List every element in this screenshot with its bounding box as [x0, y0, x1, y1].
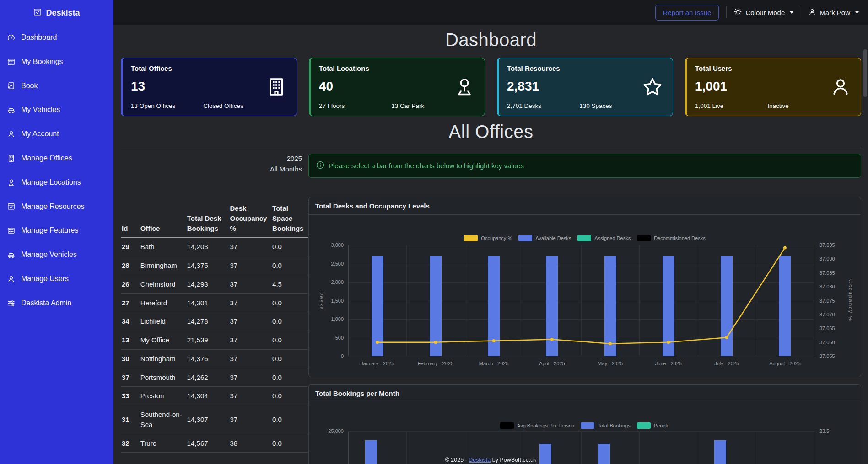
info-alert: Please select a bar from the charts belo… — [308, 154, 861, 178]
stat-card-total-locations: Total Locations4027 Floors13 Car Park — [309, 58, 485, 116]
checklist-icon — [7, 227, 15, 235]
table-cell: 21,539 — [186, 331, 229, 350]
footer-deskista-link[interactable]: Deskista — [469, 457, 491, 463]
sidebar-item-deskista-admin[interactable]: Deskista Admin — [0, 291, 113, 315]
sidebar-item-manage-offices[interactable]: Manage Offices — [0, 146, 113, 171]
app-logo-label: Deskista — [46, 8, 80, 18]
y-axis-tick-left: 1,000 — [331, 316, 344, 322]
sidebar-item-book[interactable]: Book — [0, 74, 113, 98]
table-cell: 34 — [121, 312, 140, 331]
table-row[interactable]: 30Nottingham14,376370.0 — [121, 349, 308, 368]
table-cell: 37 — [229, 387, 271, 405]
geo-icon — [454, 77, 474, 97]
table-cell: 37 — [229, 405, 271, 434]
sidebar-item-my-account[interactable]: My Account — [0, 122, 113, 146]
footer-copyright: © 2025 - — [445, 457, 467, 463]
stat-card-title: Total Offices — [131, 64, 288, 72]
table-header: Desk Occupancy % — [229, 202, 271, 237]
table-cell: 37 — [229, 368, 271, 387]
sidebar-item-dashboard[interactable]: Dashboard — [0, 26, 113, 50]
table-cell: 14,293 — [186, 275, 229, 293]
table-row[interactable]: 27Hereford14,301370.0 — [121, 293, 308, 312]
sidebar-item-my-vehicles[interactable]: My Vehicles — [0, 98, 113, 122]
sidebar-item-manage-features[interactable]: Manage Features — [0, 219, 113, 243]
table-cell: 37 — [229, 349, 271, 368]
report-issue-button[interactable]: Report an Issue — [655, 5, 719, 21]
table-row[interactable]: 33Preston14,304370.0 — [121, 387, 308, 405]
sidebar-item-manage-vehicles[interactable]: Manage Vehicles — [0, 243, 113, 267]
table-cell: Bath — [140, 237, 186, 256]
sidebar-item-manage-locations[interactable]: Manage Locations — [0, 171, 113, 195]
stat-card-title: Total Users — [695, 64, 852, 72]
sidebar-item-my-bookings[interactable]: My Bookings — [0, 50, 113, 74]
sidebar-item-label: My Vehicles — [21, 105, 60, 115]
table-cell: 37 — [229, 275, 271, 293]
stat-card-sub-right: Inactive — [767, 102, 789, 109]
sidebar-item-manage-users[interactable]: Manage Users — [0, 267, 113, 291]
navbar-divider — [801, 6, 801, 18]
table-cell: My Office — [140, 331, 186, 350]
info-circle-icon — [316, 161, 324, 171]
y-axis-tick-left: 500 — [335, 335, 344, 341]
legend-item[interactable]: Total Bookings — [581, 422, 631, 429]
stat-card-sub-left: 1,001 Live — [695, 102, 767, 109]
bookings-per-month-chart-card: Total Bookings per Month Avg Bookings Pe… — [308, 384, 861, 464]
sidebar-item-label: My Bookings — [21, 57, 63, 67]
chart-title: Total Desks and Occupancy Levels — [309, 197, 861, 215]
sidebar-item-label: Manage Users — [21, 274, 69, 284]
app-logo[interactable]: Deskista — [0, 0, 113, 26]
legend-item[interactable]: Occupancy % — [464, 235, 512, 241]
table-cell: 32 — [121, 434, 140, 453]
table-cell: 14,375 — [186, 256, 229, 275]
sidebar-item-label: Manage Resources — [21, 202, 85, 212]
top-navbar: Report an Issue Colour Mode Mark Pow — [113, 0, 868, 25]
table-cell: 37 — [229, 256, 271, 275]
legend-item[interactable]: Decommisioned Desks — [637, 235, 705, 241]
offices-table: IdOfficeTotal Desk BookingsDesk Occupanc… — [121, 202, 308, 453]
table-row[interactable]: 34Lichfield14,278370.0 — [121, 312, 308, 331]
x-axis-label: April - 2025 — [539, 361, 565, 366]
chart-title: Total Bookings per Month — [309, 385, 861, 402]
table-cell: 0.0 — [271, 331, 308, 350]
y-axis-title-left: Desks — [319, 245, 324, 356]
y-axis-tick-right: 37.080 — [819, 284, 835, 289]
table-row[interactable]: 26Chelmsford14,293374.5 — [121, 275, 308, 293]
table-header: Total Desk Bookings — [186, 202, 229, 237]
calendar-grid-icon — [7, 58, 15, 66]
table-cell: 37 — [121, 368, 140, 387]
user-menu-dropdown[interactable]: Mark Pow — [809, 8, 859, 17]
table-row[interactable]: 37Portsmouth14,262370.0 — [121, 368, 308, 387]
colour-mode-dropdown[interactable]: Colour Mode — [734, 8, 793, 17]
legend-item[interactable]: Assigned Desks — [577, 235, 631, 241]
y-axis-tick-left: 1,500 — [331, 298, 344, 304]
sidebar-item-manage-resources[interactable]: Manage Resources — [0, 195, 113, 219]
y-axis-tick-right: 37.095 — [819, 242, 835, 248]
filter-year: 2025 — [121, 154, 302, 164]
table-cell: 14,307 — [186, 405, 229, 434]
person-icon — [7, 130, 15, 138]
table-row[interactable]: 13My Office21,539370.0 — [121, 331, 308, 350]
legend-item[interactable]: Available Desks — [518, 235, 571, 241]
car-icon — [7, 251, 15, 259]
table-cell: Lichfield — [140, 312, 186, 331]
table-header: Total Space Bookings — [271, 202, 308, 237]
table-cell: 28 — [121, 256, 140, 275]
stat-card-value: 2,831 — [507, 79, 664, 94]
scrollbar-thumb[interactable] — [863, 49, 867, 97]
y-axis-title-right: Occupancy % — [848, 245, 853, 356]
sidebar-item-label: Book — [21, 81, 38, 91]
footer-suffix: by PowSoft.co.uk — [492, 457, 537, 463]
table-row[interactable]: 28Birmingham14,375370.0 — [121, 256, 308, 275]
filter-summary: 2025 All Months — [121, 154, 302, 174]
stat-card-sub-right: 130 Spaces — [579, 102, 612, 109]
legend-item[interactable]: Avg Bookings Per Person — [500, 422, 574, 429]
calendar-check-icon — [33, 8, 42, 18]
x-axis-label: January - 2025 — [361, 361, 394, 366]
table-row[interactable]: 32Truro14,567380.0 — [121, 434, 308, 453]
table-row[interactable]: 29Bath14,203370.0 — [121, 237, 308, 256]
stat-card-sub-left: 13 Open Offices — [131, 102, 203, 109]
desks-occupancy-chart-card: Total Desks and Occupancy Levels Occupan… — [308, 197, 861, 377]
offices-table-column: 2025 All Months IdOfficeTotal Desk Booki… — [121, 147, 308, 453]
table-row[interactable]: 31Southend-on-Sea14,307370.0 — [121, 405, 308, 434]
legend-item[interactable]: People — [637, 422, 669, 429]
